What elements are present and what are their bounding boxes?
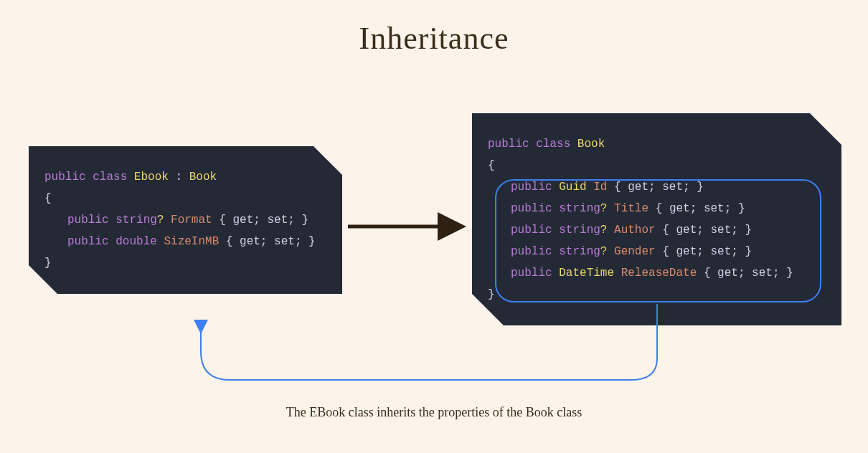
close-brace: }	[488, 284, 826, 305]
book-property-releasedate: public DateTime ReleaseDate { get; set; …	[488, 262, 826, 284]
ebook-declaration: public class Ebook : Book	[44, 166, 326, 188]
accessor-block: { get; set; }	[219, 214, 308, 226]
base-class-book: Book	[189, 171, 217, 183]
property-name-title: Title	[614, 202, 648, 215]
accessor-block: { get; set; }	[226, 235, 316, 248]
keyword-class: class	[93, 171, 127, 183]
ebook-code-box: public class Ebook : Book { public strin…	[29, 146, 342, 294]
book-code-box: public class Book { public Guid Id { get…	[472, 113, 841, 325]
property-name-sizeinmb: SizeInMB	[164, 235, 219, 248]
book-property-id: public Guid Id { get; set; }	[488, 176, 826, 198]
property-name-releasedate: ReleaseDate	[621, 267, 697, 280]
open-brace: {	[44, 188, 326, 209]
property-name-gender: Gender	[614, 245, 656, 258]
close-brace: }	[44, 252, 326, 274]
diagram-caption: The EBook class inherits the properties …	[0, 405, 868, 420]
property-name-author: Author	[614, 224, 656, 237]
ebook-property-sizeinmb: public double SizeInMB { get; set; }	[44, 231, 326, 252]
class-name-book: Book	[577, 138, 605, 151]
book-declaration: public class Book	[488, 133, 826, 155]
diagram-title: Inheritance	[0, 0, 868, 57]
property-name-id: Id	[593, 181, 607, 194]
open-brace: {	[488, 155, 826, 176]
book-property-gender: public string? Gender { get; set; }	[488, 241, 826, 262]
keyword-public: public	[44, 171, 86, 183]
book-property-author: public string? Author { get; set; }	[488, 219, 826, 241]
property-name-format: Format	[171, 214, 212, 226]
ebook-property-format: public string? Format { get; set; }	[44, 209, 326, 231]
class-name-ebook: Ebook	[134, 171, 169, 183]
book-property-title: public string? Title { get; set; }	[488, 198, 826, 219]
colon: :	[169, 171, 189, 183]
